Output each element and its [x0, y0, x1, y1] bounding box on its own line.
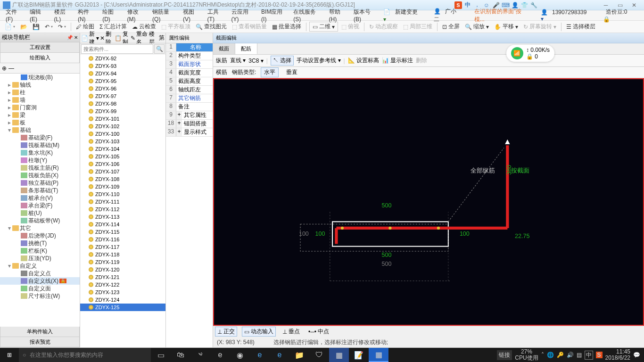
component-item[interactable]: ZDYX-111 [80, 198, 165, 206]
tree-item[interactable]: 自定义线(X)🔒 [0, 277, 80, 285]
tree-item[interactable]: ▸墙 [0, 96, 80, 104]
delete-button[interactable]: 删除 [416, 57, 427, 65]
component-item[interactable]: ZDYX-107 [80, 168, 165, 175]
tree-item[interactable]: ▸轴线 [0, 81, 80, 89]
tree-item[interactable]: ▾自定义 [0, 262, 80, 270]
tab-section[interactable]: 截面 [213, 43, 235, 54]
component-item[interactable]: ZDYX-97 [80, 92, 165, 100]
set-elevation-button[interactable]: 📐 设置标高 [348, 57, 379, 65]
tray-notif-icon[interactable]: 💬 [633, 352, 640, 358]
component-item[interactable]: ZDYX-116 [80, 236, 165, 243]
phone-label[interactable]: 👤 13907298339 ▾ [538, 9, 596, 22]
ggj-icon[interactable]: ▦ [369, 348, 388, 362]
start-button[interactable]: ⊞ [0, 348, 19, 362]
nav-icon2[interactable]: — [8, 65, 14, 72]
tray-up-icon[interactable]: ˄ [541, 352, 544, 358]
component-item[interactable]: ZDYX-99 [80, 107, 165, 115]
tree-item[interactable]: ▸板 [0, 119, 80, 126]
shibie-hint[interactable]: 在识别窗的界面"按模... [471, 8, 534, 24]
property-row[interactable]: 33+显示样式 [166, 128, 213, 137]
tree-item[interactable]: 桩承台(V) [0, 194, 80, 202]
orbit-button[interactable]: ↻ 动态观察 [367, 22, 400, 32]
tray-ime-icon[interactable]: 中 [585, 351, 593, 360]
menu-online[interactable]: 在线服务(S) [290, 8, 326, 23]
menu-tools[interactable]: 工具(T) [205, 8, 229, 23]
component-item[interactable]: ZDYX-110 [80, 190, 165, 198]
canvas-view[interactable]: 500 100 100 100 500 500 22.75 380 全部纵筋 [213, 78, 644, 326]
tree-item[interactable]: 压顶(YD) [0, 255, 80, 262]
component-item[interactable]: ZDYX-106 [80, 160, 165, 168]
topview-button[interactable]: ⬚ 俯视 [339, 22, 361, 32]
tree-item[interactable]: 独立基础(P) [0, 179, 80, 187]
new-change-button[interactable]: 📄 新建变更 ▾ [380, 8, 427, 23]
component-item[interactable]: ZDYX-105 [80, 153, 165, 160]
rebar-spec-select[interactable]: 3C8 ▾ [248, 58, 263, 64]
tree-item[interactable]: ▾其它 [0, 224, 80, 232]
component-item[interactable]: ZDYX-118 [80, 251, 165, 258]
component-item[interactable]: ZDYX-101 [80, 115, 165, 123]
tray-link[interactable]: 链接 [497, 350, 512, 360]
chrome-icon[interactable]: ◉ [230, 348, 250, 362]
tray-key-icon[interactable]: 🔑 [557, 352, 564, 358]
component-item[interactable]: ZDYX-98 [80, 100, 165, 107]
tree-item[interactable]: 现浇板(B) [0, 74, 80, 81]
tab-report[interactable]: 报表预览 [0, 337, 80, 347]
menu-version[interactable]: 版本号(B) [351, 8, 381, 23]
vertical-button[interactable]: 垂直 [283, 68, 300, 77]
rotate-button[interactable]: ↻ 屏幕旋转 ▾ [521, 22, 558, 32]
property-row[interactable]: 2构件类型 [166, 52, 213, 60]
pingqi-button[interactable]: ⬚ 平齐板顶 [159, 22, 192, 32]
open-icon[interactable]: 📂 [18, 23, 29, 31]
show-dim-button[interactable]: 📊 显示标注 [382, 57, 413, 65]
tab-rebar[interactable]: 配筋 [235, 43, 257, 54]
menu-bim[interactable]: BIM应用(I) [258, 8, 290, 23]
component-item[interactable]: ZDYX-120 [80, 266, 165, 273]
new-file-icon[interactable]: 📄▾ [3, 23, 17, 31]
tree-item[interactable]: 柱墩(Y) [0, 156, 80, 164]
layer-button[interactable]: 第 [159, 34, 165, 42]
component-item[interactable]: ZDYX-117 [80, 243, 165, 251]
menu-file[interactable]: 文件(F) [3, 8, 27, 23]
view-rebar-button[interactable]: ⬚ 查看钢筋量 [230, 22, 269, 32]
edge-icon[interactable]: e [210, 348, 230, 362]
tab-project-settings[interactable]: 工程设置 [0, 42, 80, 53]
tree-item[interactable]: 基础梁(F) [0, 134, 80, 141]
search-input[interactable] [81, 44, 153, 54]
user-label[interactable]: 👤 广小二 [431, 8, 468, 24]
horizontal-button[interactable]: 水平 [261, 67, 279, 77]
find-button[interactable]: 🔍 查找图元 [194, 22, 229, 32]
shield-icon[interactable]: 🛡 [309, 348, 329, 362]
redo-icon[interactable]: ↷▾ [56, 23, 68, 31]
dynamic-input-button[interactable]: ▭ 动态输入 [242, 327, 276, 337]
tree-item[interactable]: 桩(U) [0, 209, 80, 217]
menu-floor[interactable]: 楼层(L) [51, 8, 75, 23]
tree-item[interactable]: ▸梁 [0, 111, 80, 119]
component-item[interactable]: ZDYX-103 [80, 138, 165, 145]
menu-draw[interactable]: 绘图(D) [99, 8, 124, 23]
property-row[interactable]: 5截面高度 [166, 77, 213, 86]
property-row[interactable]: 7其它钢筋 [166, 94, 213, 103]
explorer-icon[interactable]: 📁 [289, 348, 309, 362]
tab-draw-input[interactable]: 绘图输入 [0, 53, 80, 63]
menu-help[interactable]: 帮助(H) [326, 8, 351, 23]
component-item[interactable]: ZDYX-122 [80, 281, 165, 288]
nav-tree[interactable]: 现浇板(B)▸轴线▸柱▸墙▸门窗洞▸梁▸板▾基础基础梁(F)筏板基础(M)集水坑… [0, 74, 80, 327]
nav-icon1[interactable]: ⊕ [2, 65, 7, 72]
tray-db-icon[interactable]: ▤ [577, 352, 582, 358]
tray-s-icon[interactable]: S [596, 352, 603, 358]
menu-rebar[interactable]: 钢筋量(Q) [149, 8, 180, 23]
tree-item[interactable]: 自定义面 [0, 285, 80, 292]
taskbar-search[interactable]: ○ 在这里输入你想要搜索的内容 [19, 348, 151, 362]
network-indicator[interactable]: 📶 ↕ 0.00K/s 🔒 0 [506, 45, 554, 62]
tree-item[interactable]: 条形基础(T) [0, 187, 80, 194]
app2-icon[interactable]: 📝 [349, 348, 369, 362]
save-icon[interactable]: 💾 [31, 23, 41, 31]
tree-item[interactable]: 基础板带(W) [0, 217, 80, 224]
menu-component[interactable]: 构件(N) [75, 8, 99, 23]
tree-item[interactable]: 栏板(K) [0, 247, 80, 255]
property-grid[interactable]: 1名称2构件类型3截面形状4截面宽度5截面高度6轴线距左7其它钢筋8备注9+其它… [166, 43, 213, 347]
pin-icon[interactable]: 📌 ✕ [67, 35, 78, 40]
tray-clock[interactable]: 11:452018/6/22 [605, 349, 630, 361]
manual-ref-button[interactable]: 手动设置参考线 ▾ [297, 57, 340, 65]
component-item[interactable]: ZDYX-93 [80, 62, 165, 70]
